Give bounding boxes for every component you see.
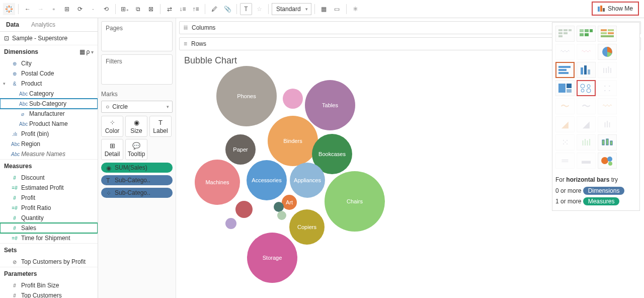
bubble-unlabeled[interactable]: [235, 201, 253, 218]
chart-type-text-table[interactable]: [555, 26, 575, 42]
field-product[interactable]: ▾&Product: [0, 79, 98, 89]
marks-color-card[interactable]: ⁘Color: [101, 116, 123, 137]
chart-type-box-plot[interactable]: [598, 134, 617, 151]
forward-button[interactable]: →: [35, 3, 47, 15]
chart-type-treemap[interactable]: [555, 80, 575, 96]
field-postal-code[interactable]: ⊕Postal Code: [0, 68, 98, 79]
attach-button[interactable]: 📎: [221, 3, 233, 15]
chart-type-bullet[interactable]: ▬: [577, 153, 596, 169]
bubble-unlabeled[interactable]: [277, 211, 286, 220]
chart-type-pie[interactable]: [598, 44, 617, 60]
field-city[interactable]: ⊕City: [0, 58, 98, 68]
marks-size-card[interactable]: ◉Size: [125, 116, 147, 137]
bubble-binders[interactable]: Binders: [268, 116, 318, 166]
field-top-customers[interactable]: #Top Customers: [0, 290, 98, 298]
chart-type-horizontal-bar[interactable]: [555, 62, 575, 78]
pause-button[interactable]: ·: [87, 3, 99, 15]
bubble-copiers[interactable]: Copiers: [289, 209, 325, 245]
chart-type-gantt[interactable]: ═: [555, 153, 575, 169]
svg-rect-29: [558, 69, 567, 71]
chart-type-circle-view[interactable]: [577, 80, 596, 96]
share-button[interactable]: ⚛: [350, 3, 362, 15]
chart-type-line-cont[interactable]: 〜: [555, 98, 575, 114]
back-button[interactable]: ←: [22, 3, 34, 15]
bubble-accessories[interactable]: Accessories: [247, 160, 287, 200]
auto-refresh-icon[interactable]: ⟲: [100, 3, 112, 15]
bubble-chairs[interactable]: Chairs: [325, 171, 385, 232]
text-mode-button[interactable]: T: [240, 3, 252, 15]
new-datasource-button[interactable]: ⊞: [61, 3, 73, 15]
chart-type-filled-map[interactable]: 〰: [577, 44, 596, 60]
mark-type-select[interactable]: ○ Circle ▾: [101, 101, 173, 113]
chart-type-scatter[interactable]: ⁙: [555, 134, 575, 151]
field-estimated-profit[interactable]: =#Estimated Profit: [0, 183, 98, 193]
refresh-button[interactable]: ⟳: [74, 3, 86, 15]
pill-sub-catego-[interactable]: TSub-Catego..: [101, 175, 173, 185]
filters-shelf[interactable]: Filters: [101, 54, 173, 85]
field-category[interactable]: AbcCategory: [0, 89, 98, 99]
bubble-storage[interactable]: Storage: [247, 233, 297, 283]
bubble-unlabeled[interactable]: [225, 218, 236, 229]
chart-type-stacked-bar[interactable]: [577, 62, 596, 78]
marks-label-card[interactable]: TLabel: [149, 116, 172, 137]
field-profit-bin-size[interactable]: #Profit Bin Size: [0, 280, 98, 290]
chart-type-side-bar[interactable]: ıılı: [598, 62, 617, 78]
sort-desc-button[interactable]: ↑≡: [190, 3, 202, 15]
field-profit-ratio[interactable]: =#Profit Ratio: [0, 203, 98, 213]
swap-button[interactable]: ⇄: [164, 3, 176, 15]
chart-type-line-disc[interactable]: 〜: [577, 98, 596, 114]
chart-type-packed-bubble[interactable]: [598, 153, 617, 169]
chart-type-histogram[interactable]: ılıl: [577, 134, 596, 151]
pill-sum-sales-[interactable]: ◉SUM(Sales): [101, 163, 173, 173]
field-region[interactable]: AbcRegion: [0, 139, 98, 149]
datasource-item[interactable]: ⊡ Sample - Superstore: [0, 32, 98, 45]
bubble-unlabeled[interactable]: [274, 202, 284, 212]
field-measure-names[interactable]: AbcMeasure Names: [0, 149, 98, 159]
highlight-button[interactable]: 🖉: [208, 3, 220, 15]
field-top-customers-by-profit[interactable]: ⊘Top Customers by Profit: [0, 257, 98, 267]
sort-asc-button[interactable]: ↓≡: [177, 3, 189, 15]
field-discount[interactable]: #Discount: [0, 173, 98, 183]
star-button[interactable]: ☆: [253, 3, 265, 15]
chart-type-heatmap[interactable]: [577, 26, 596, 42]
bubble-unlabeled[interactable]: [283, 89, 303, 109]
field-quantity[interactable]: #Quantity: [0, 213, 98, 223]
search-icon[interactable]: ρ: [86, 48, 90, 55]
bubble-phones[interactable]: Phones: [216, 66, 277, 126]
fit-select[interactable]: Standard ▾: [272, 3, 311, 15]
field-sub-category[interactable]: AbcSub-Category: [0, 99, 98, 109]
show-me-button[interactable]: Show Me: [592, 2, 639, 16]
tab-data[interactable]: Data: [0, 18, 25, 31]
presentation-button[interactable]: ▭: [331, 3, 343, 15]
clear-button[interactable]: ⊠: [145, 3, 157, 15]
field-product-name[interactable]: AbcProduct Name: [0, 119, 98, 129]
marks-tooltip-card[interactable]: 💬Tooltip: [125, 139, 147, 160]
marks-detail-card[interactable]: ⊞Detail: [101, 139, 123, 160]
chart-type-side-circle[interactable]: ⸬: [598, 80, 617, 96]
bubble-machines[interactable]: Machines: [195, 160, 240, 205]
show-cards-button[interactable]: ▦: [318, 3, 330, 15]
bubble-appliances[interactable]: Appliances: [290, 163, 325, 198]
field-profit[interactable]: #Profit: [0, 193, 98, 203]
field-sales[interactable]: #Sales: [0, 223, 98, 233]
chart-type-dual-combo[interactable]: ılı: [598, 116, 617, 132]
save-button[interactable]: ▫: [48, 3, 60, 15]
marks-label: Marks: [101, 88, 173, 101]
tab-analytics[interactable]: Analytics: [25, 18, 98, 31]
chart-type-dual-line[interactable]: 〰: [598, 98, 617, 114]
field-profit-bin-[interactable]: .ılıProfit (bin): [0, 129, 98, 139]
chart-type-area-disc[interactable]: ◢: [577, 116, 596, 132]
field-time-for-shipment[interactable]: =#Time for Shipment: [0, 233, 98, 243]
bubble-art[interactable]: Art: [282, 195, 297, 210]
chart-type-area-cont[interactable]: ◢: [555, 116, 575, 132]
view-toggle-icon[interactable]: ▦: [79, 48, 85, 55]
pages-shelf[interactable]: Pages: [101, 21, 173, 51]
chart-type-symbol-map[interactable]: 〰: [555, 44, 575, 60]
chart-type-highlight-table[interactable]: [598, 26, 617, 42]
new-worksheet-button[interactable]: ⊞₊: [119, 3, 131, 15]
duplicate-button[interactable]: ⧉: [132, 3, 144, 15]
pill-sub-catego-[interactable]: ⁘Sub-Catego..: [101, 188, 173, 198]
bubble-paper[interactable]: Paper: [225, 134, 256, 165]
bubble-tables[interactable]: Tables: [305, 80, 355, 130]
field-manufacturer[interactable]: ⌀Manufacturer: [0, 109, 98, 119]
